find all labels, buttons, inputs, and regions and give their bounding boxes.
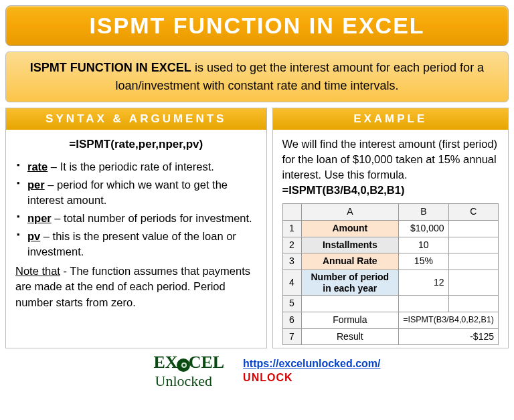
key-icon [177, 358, 190, 372]
example-panel: EXAMPLE We will find the interest amount… [272, 108, 509, 348]
example-formula: =ISPMT(B3/B4,0,B2,B1) [282, 184, 405, 196]
cell: Installments [301, 237, 399, 253]
row-number: 6 [282, 312, 301, 328]
cell: -$125 [399, 328, 499, 345]
row-number: 2 [282, 237, 301, 253]
footer: EXCEL Unlocked https://excelunlocked.com… [5, 352, 509, 390]
row-number: 4 [282, 270, 301, 296]
arg-name: pv [27, 230, 40, 242]
row-number: 1 [282, 220, 301, 237]
cell [301, 296, 399, 312]
spreadsheet-table: A B C 1Amount$10,0002Installments103Annu… [282, 203, 499, 345]
site-link[interactable]: https://excelunlocked.com/ [243, 358, 380, 369]
description-lead: ISPMT FUNCTION IN EXCEL [30, 61, 191, 74]
cell [448, 296, 498, 312]
description-banner: ISPMT FUNCTION IN EXCEL is used to get t… [5, 51, 509, 102]
cell [448, 270, 498, 296]
row-number: 5 [282, 296, 301, 312]
col-header [282, 204, 301, 221]
arg-name: rate [27, 161, 48, 173]
cell: Result [301, 328, 399, 345]
cell [448, 220, 498, 237]
col-header: A [301, 204, 399, 221]
cell: Annual Rate [301, 253, 399, 270]
arg-item: pv – this is the present value of the lo… [15, 229, 257, 259]
cell: 12 [399, 270, 448, 296]
syntax-panel: SYNTAX & ARGUMENTS =ISPMT(rate,per,nper,… [5, 108, 267, 348]
page-title: ISPMT FUNCTION IN EXCEL [5, 5, 509, 46]
arg-desc: – this is the present value of the loan … [27, 230, 236, 257]
cell: =ISPMT(B3/B4,0,B2,B1) [399, 312, 499, 328]
arg-name: per [27, 179, 45, 191]
argument-list: rate – It is the periodic rate of intere… [15, 159, 257, 260]
table-row: 3Annual Rate15% [282, 253, 499, 270]
arg-item: rate – It is the periodic rate of intere… [15, 159, 257, 175]
cell: 10 [399, 237, 448, 253]
cell [448, 253, 498, 270]
arg-desc: – It is the periodic rate of interest. [48, 161, 214, 173]
table-row: 2Installments10 [282, 237, 499, 253]
col-header: C [448, 204, 498, 221]
arg-desc: – total number of periods for investment… [52, 212, 252, 224]
footer-links: https://excelunlocked.com/ UNLOCK [243, 357, 380, 385]
table-row: 4Number of period in each year12 [282, 270, 499, 296]
row-number: 3 [282, 253, 301, 270]
row-number: 7 [282, 328, 301, 345]
table-header-row: A B C [282, 204, 499, 221]
table-row: 5 [282, 296, 499, 312]
example-desc: We will find the interest amount (first … [282, 138, 498, 181]
table-row: 6Formula=ISPMT(B3/B4,0,B2,B1) [282, 312, 499, 328]
cell: Number of period in each year [301, 270, 399, 296]
note-lead: Note that [15, 265, 60, 277]
arg-name: nper [27, 212, 52, 224]
syntax-header: SYNTAX & ARGUMENTS [6, 108, 266, 130]
cell: Amount [301, 220, 399, 237]
table-row: 7Result-$125 [282, 328, 499, 345]
cell: 15% [399, 253, 448, 270]
table-row: 1Amount$10,000 [282, 220, 499, 237]
col-header: B [399, 204, 448, 221]
cell [448, 237, 498, 253]
syntax-note: Note that - The function assumes that pa… [15, 264, 257, 310]
arg-item: nper – total number of periods for inves… [15, 211, 257, 226]
example-text: We will find the interest amount (first … [282, 136, 499, 198]
arg-desc: – period for which we want to get the in… [27, 179, 228, 206]
unlock-tag: UNLOCK [243, 372, 292, 383]
syntax-formula: =ISPMT(rate,per,nper,pv) [15, 136, 257, 152]
logo-subtitle: Unlocked [155, 373, 225, 390]
cell [399, 296, 448, 312]
cell: $10,000 [399, 220, 448, 237]
arg-item: per – period for which we want to get th… [15, 177, 257, 208]
example-header: EXAMPLE [273, 108, 509, 130]
cell: Formula [301, 312, 399, 328]
logo: EXCEL Unlocked [154, 352, 225, 390]
